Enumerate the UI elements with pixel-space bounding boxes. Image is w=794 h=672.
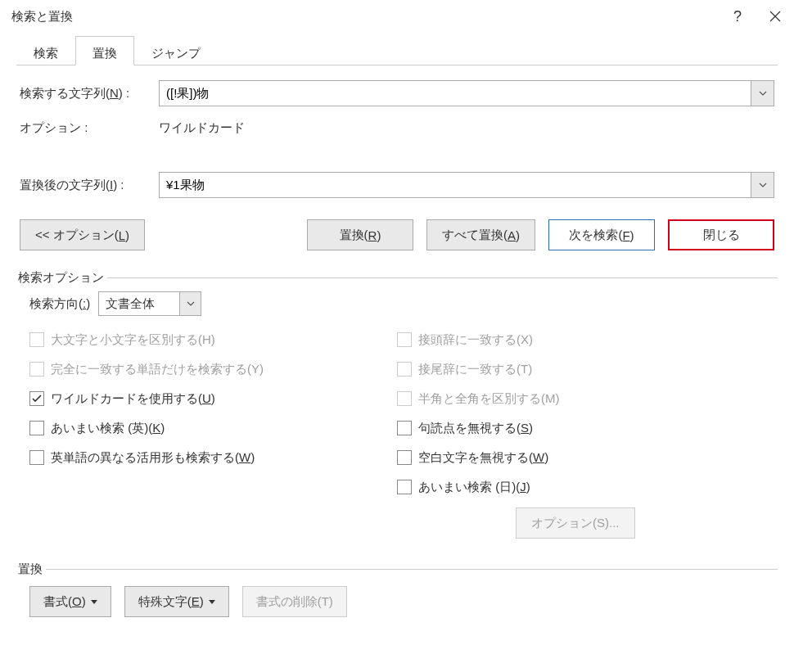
find-next-button[interactable]: 次を検索(F) xyxy=(548,219,655,250)
find-what-combo[interactable] xyxy=(159,80,774,106)
search-direction-dropdown[interactable] xyxy=(179,292,201,315)
match-suffix-label: 接尾辞に一致する(T) xyxy=(418,362,532,377)
chevron-down-icon xyxy=(759,183,767,187)
search-direction-label: 検索方向(:) xyxy=(29,296,90,312)
sounds-like-jp-label: あいまい検索 (日)(J) xyxy=(418,480,530,495)
search-options-fieldset: 検索オプション 検索方向(:) 文書全体 大文字と小文字を区別する(H) xyxy=(16,262,778,539)
search-direction-value: 文書全体 xyxy=(99,292,179,315)
replace-section-title: 置換 xyxy=(15,562,46,577)
sounds-like-en-row[interactable]: あいまい検索 (英)(K) xyxy=(29,419,397,437)
whole-word-checkbox xyxy=(29,362,44,377)
less-options-button[interactable]: << オプション(L) xyxy=(20,219,145,250)
triangle-down-icon xyxy=(209,600,215,604)
options-value: ワイルドカード xyxy=(159,120,774,136)
no-formatting-button: 書式の削除(T) xyxy=(242,586,347,617)
find-what-input[interactable] xyxy=(160,81,751,106)
format-button-label: 書式(O) xyxy=(43,594,86,610)
special-button[interactable]: 特殊文字(E) xyxy=(124,586,229,617)
match-case-label: 大文字と小文字を区別する(H) xyxy=(51,332,215,348)
ignore-punct-label: 句読点を無視する(S) xyxy=(418,421,533,436)
match-case-checkbox xyxy=(29,332,44,347)
replace-button[interactable]: 置換(R) xyxy=(307,219,413,250)
find-what-label: 検索する文字列(N) : xyxy=(20,86,159,101)
tab-search[interactable]: 検索 xyxy=(16,36,75,65)
replace-with-input[interactable] xyxy=(160,173,751,197)
close-icon xyxy=(769,11,781,22)
find-what-dropdown[interactable] xyxy=(751,81,774,106)
tab-jump[interactable]: ジャンプ xyxy=(134,36,218,65)
word-forms-row[interactable]: 英単語の異なる活用形も検索する(W) xyxy=(29,449,397,467)
form-area: 検索する文字列(N) : オプション : ワイルドカード 置換後の文字列(I) … xyxy=(0,65,794,198)
match-case-row: 大文字と小文字を区別する(H) xyxy=(29,331,397,349)
match-suffix-checkbox xyxy=(397,362,412,377)
ignore-space-label: 空白文字を無視する(W) xyxy=(418,450,548,466)
half-full-width-checkbox xyxy=(397,391,412,406)
ignore-space-checkbox[interactable] xyxy=(397,450,412,465)
whole-word-row: 完全に一致する単語だけを検索する(Y) xyxy=(29,360,397,378)
titlebar: 検索と置換 ? xyxy=(0,0,794,33)
use-wildcards-label: ワイルドカードを使用する(U) xyxy=(51,391,215,407)
match-prefix-checkbox xyxy=(397,332,412,347)
help-button[interactable]: ? xyxy=(719,0,756,33)
tab-replace[interactable]: 置換 xyxy=(75,36,134,65)
use-wildcards-checkbox[interactable] xyxy=(29,391,44,406)
check-icon xyxy=(32,395,42,403)
half-full-width-label: 半角と全角を区別する(M) xyxy=(418,391,560,407)
close-window-button[interactable] xyxy=(756,0,794,33)
chevron-down-icon xyxy=(187,301,195,306)
action-button-row: << オプション(L) 置換(R) すべて置換(A) 次を検索(F) 閉じる xyxy=(0,206,794,250)
tab-bar: 検索 置換 ジャンプ xyxy=(16,36,794,65)
triangle-down-icon xyxy=(91,600,97,604)
half-full-width-row: 半角と全角を区別する(M) xyxy=(397,390,765,408)
ignore-space-row[interactable]: 空白文字を無視する(W) xyxy=(397,449,765,467)
replace-with-label: 置換後の文字列(I) : xyxy=(20,178,159,193)
match-prefix-label: 接頭辞に一致する(X) xyxy=(418,332,533,348)
special-button-label: 特殊文字(E) xyxy=(138,594,204,610)
use-wildcards-row[interactable]: ワイルドカードを使用する(U) xyxy=(29,390,397,408)
options-button-disabled: オプション(S)... xyxy=(516,507,635,539)
replace-section: 置換 書式(O) 特殊文字(E) 書式の削除(T) xyxy=(16,553,778,617)
match-suffix-row: 接尾辞に一致する(T) xyxy=(397,360,765,378)
search-options-title: 検索オプション xyxy=(15,270,107,286)
replace-all-button[interactable]: すべて置換(A) xyxy=(426,219,535,250)
sounds-like-jp-checkbox[interactable] xyxy=(397,480,412,494)
search-direction-select[interactable]: 文書全体 xyxy=(98,291,201,316)
options-label: オプション : xyxy=(20,120,159,136)
dialog-title: 検索と置換 xyxy=(11,9,719,25)
ignore-punct-row[interactable]: 句読点を無視する(S) xyxy=(397,419,765,437)
word-forms-label: 英単語の異なる活用形も検索する(W) xyxy=(51,450,255,466)
ignore-punct-checkbox[interactable] xyxy=(397,421,412,435)
close-button[interactable]: 閉じる xyxy=(668,219,774,250)
match-prefix-row: 接頭辞に一致する(X) xyxy=(397,331,765,349)
format-button[interactable]: 書式(O) xyxy=(29,586,111,617)
sounds-like-en-checkbox[interactable] xyxy=(29,421,44,435)
whole-word-label: 完全に一致する単語だけを検索する(Y) xyxy=(51,362,264,377)
find-replace-dialog: 検索と置換 ? 検索 置換 ジャンプ 検索する文字列(N) : オプション : xyxy=(0,0,794,672)
sounds-like-jp-row[interactable]: あいまい検索 (日)(J) xyxy=(397,478,765,496)
replace-with-combo[interactable] xyxy=(159,172,774,198)
replace-with-dropdown[interactable] xyxy=(751,173,774,197)
chevron-down-icon xyxy=(759,91,767,96)
word-forms-checkbox[interactable] xyxy=(29,450,44,465)
sounds-like-en-label: あいまい検索 (英)(K) xyxy=(51,421,165,436)
